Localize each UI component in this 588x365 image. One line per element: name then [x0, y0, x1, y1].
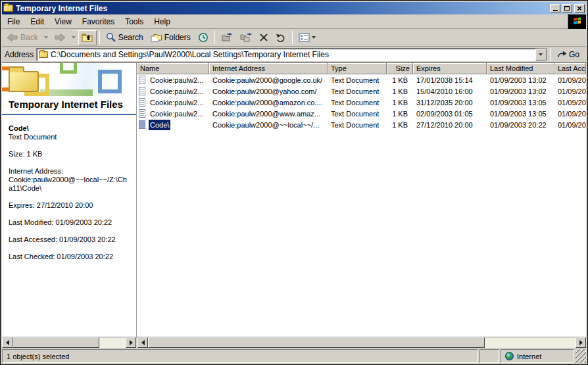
file-name: Cookie:paulw2...: [149, 75, 205, 85]
scroll-right-button[interactable]: [126, 337, 136, 348]
list-hscrollbar[interactable]: [137, 337, 586, 348]
toolbar-separator: [292, 31, 293, 44]
copy-to-folder-icon: [240, 33, 252, 42]
folders-label: Folders: [164, 33, 191, 42]
internet-address-cell: Cookie:paulw2000@google.co.uk/: [209, 74, 328, 85]
header-name[interactable]: Name: [137, 63, 209, 74]
table-row[interactable]: Cookie:paulw2... Cookie:paulw2000@google…: [137, 74, 586, 85]
views-button[interactable]: [295, 30, 319, 45]
windows-flag-icon: [574, 17, 581, 25]
last-accessed-cell: 01/09/2003 13:05: [554, 97, 586, 108]
panel-title: Temporary Internet Files: [2, 96, 136, 114]
detail-last-checked: Last Checked: 01/09/2003 20:22: [9, 253, 130, 261]
header-internet-address[interactable]: Internet Address: [209, 63, 328, 74]
search-label: Search: [118, 33, 143, 42]
delete-x-icon: [259, 33, 268, 42]
up-button[interactable]: [78, 30, 97, 45]
last-modified-cell: 01/09/2003 13:05: [487, 97, 554, 108]
last-accessed-cell: 01/09/2003 20:22: [554, 119, 586, 130]
triangle-left-icon: [141, 340, 145, 345]
chevron-down-icon: [312, 36, 316, 39]
menu-view[interactable]: View: [49, 14, 77, 28]
scroll-left-button[interactable]: [137, 337, 148, 348]
header-last-modified[interactable]: Last Modified: [487, 63, 554, 74]
green-bracket-shape: [60, 63, 77, 74]
undo-arrow-icon: [276, 33, 286, 42]
type-cell: Text Document: [328, 108, 387, 119]
detail-expires: Expires: 27/12/2010 20:00: [9, 201, 130, 210]
address-input[interactable]: C:\Documents and Settings\PaulW2000\Loca…: [36, 48, 547, 61]
name-cell: Code\: [137, 119, 209, 130]
header-expires[interactable]: Expires: [413, 63, 487, 74]
expires-cell: 27/12/2010 20:00: [413, 119, 487, 130]
back-button[interactable]: Back: [3, 30, 41, 45]
text-document-icon: [139, 120, 145, 129]
selected-item-type: Text Document: [9, 133, 130, 141]
menu-edit[interactable]: Edit: [25, 14, 49, 28]
triangle-right-icon: [130, 340, 133, 345]
type-cell: Text Document: [328, 74, 387, 85]
history-button[interactable]: [195, 30, 212, 45]
back-label: Back: [20, 33, 38, 42]
header-type[interactable]: Type: [328, 63, 387, 74]
move-to-folder-icon: [221, 33, 233, 42]
header-last-accessed[interactable]: Last Accessed: [554, 63, 586, 74]
scroll-left-button[interactable]: [2, 337, 12, 348]
window-title: Temporary Internet Files: [16, 4, 550, 13]
forward-dropdown[interactable]: [70, 30, 78, 45]
scroll-right-button[interactable]: [576, 337, 586, 348]
header-size[interactable]: Size: [387, 63, 413, 74]
scrollbar-track[interactable]: [99, 337, 126, 348]
search-icon: [106, 32, 116, 43]
menu-file[interactable]: File: [2, 14, 25, 28]
folders-button[interactable]: Folders: [147, 30, 194, 45]
triangle-right-icon: [579, 340, 583, 345]
address-dropdown-button[interactable]: [535, 49, 547, 61]
maximize-button[interactable]: [562, 4, 572, 13]
last-accessed-cell: 01/09/2003 13:05: [554, 108, 586, 119]
last-accessed-cell: 01/09/2003 13:02: [554, 85, 586, 97]
title-bar[interactable]: Temporary Internet Files ×: [2, 2, 586, 14]
detail-last-accessed: Last Accessed: 01/09/2003 20:22: [9, 235, 130, 244]
file-list: Name Internet Address Type Size Expires …: [137, 63, 586, 337]
table-row[interactable]: Cookie:paulw2... Cookie:paulw2000@amazon…: [137, 97, 586, 108]
go-button[interactable]: Go: [553, 47, 583, 62]
size-cell: 1 KB: [387, 97, 413, 108]
panel-hscrollbar[interactable]: [2, 337, 137, 348]
delete-button[interactable]: [256, 30, 272, 45]
search-button[interactable]: Search: [103, 30, 147, 45]
scrollbar-thumb[interactable]: [148, 337, 485, 348]
large-folder-icon: [9, 71, 39, 92]
type-cell: Text Document: [328, 119, 387, 130]
back-icon: [7, 33, 18, 42]
forward-button[interactable]: [51, 30, 69, 45]
folders-icon: [151, 33, 162, 42]
size-cell: 1 KB: [387, 74, 413, 85]
address-separator: [550, 48, 551, 61]
menu-bar: File Edit View Favorites Tools Help: [2, 14, 586, 29]
resize-grip[interactable]: [576, 349, 586, 363]
table-row[interactable]: Cookie:paulw2... Cookie:paulw2000@www.am…: [137, 108, 586, 119]
go-label: Go: [569, 50, 579, 59]
scrollbar-thumb[interactable]: [12, 337, 99, 348]
copy-to-button[interactable]: [237, 30, 255, 45]
table-row[interactable]: Cookie:paulw2... Cookie:paulw2000@yahoo.…: [137, 85, 586, 97]
menu-favorites[interactable]: Favorites: [77, 14, 120, 28]
menu-help[interactable]: Help: [149, 14, 176, 28]
address-label: Address: [5, 50, 34, 59]
minimize-button[interactable]: [550, 4, 560, 13]
scrollbar-row: [2, 337, 586, 348]
move-to-button[interactable]: [218, 30, 236, 45]
text-document-icon: [139, 87, 145, 95]
menu-tools[interactable]: Tools: [120, 14, 149, 28]
close-button[interactable]: ×: [574, 4, 585, 13]
status-empty-pane: [479, 349, 499, 363]
undo-button[interactable]: [272, 30, 289, 45]
detail-size: Size: 1 KB: [9, 150, 130, 158]
scrollbar-track[interactable]: [485, 337, 576, 348]
table-row[interactable]: Code\ Cookie:paulw2000@~~local~~/... Tex…: [137, 119, 586, 130]
expires-cell: 17/01/2038 15:14: [413, 74, 487, 85]
history-clock-icon: [198, 32, 208, 43]
file-list-body: Cookie:paulw2... Cookie:paulw2000@google…: [137, 74, 586, 130]
back-dropdown[interactable]: [42, 30, 50, 45]
